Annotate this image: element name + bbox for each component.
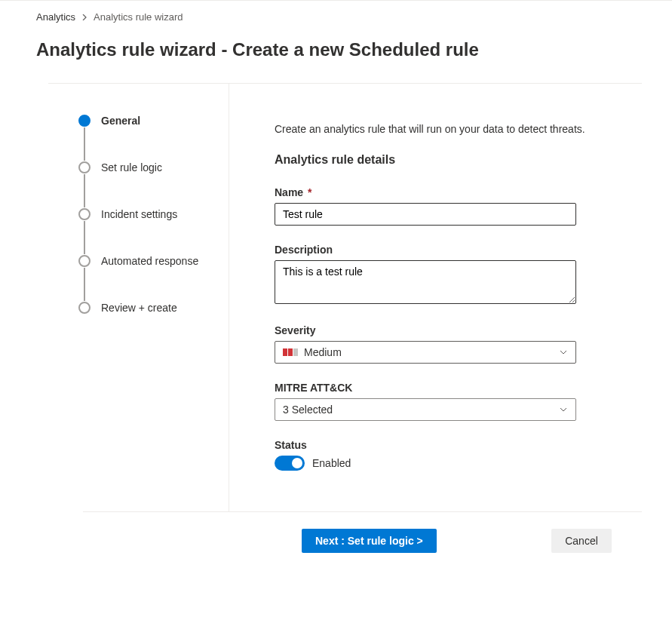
step-marker-icon xyxy=(78,161,91,173)
step-automated-response[interactable]: Automated response xyxy=(78,254,229,301)
step-review-create[interactable]: Review + create xyxy=(78,301,229,315)
step-marker-icon xyxy=(78,255,91,267)
step-connector xyxy=(84,221,85,254)
breadcrumb-root[interactable]: Analytics xyxy=(36,11,75,23)
wizard-steps: General Set rule logic Incident settings… xyxy=(48,84,229,511)
field-description: Description This is a test rule xyxy=(275,244,612,306)
status-value-text: Enabled xyxy=(312,457,351,469)
chevron-down-icon xyxy=(559,405,568,414)
mitre-value: 3 Selected xyxy=(283,404,333,416)
chevron-down-icon xyxy=(559,348,568,357)
name-input[interactable] xyxy=(275,203,576,226)
description-label: Description xyxy=(275,244,612,256)
section-title: Analytics rule details xyxy=(275,153,612,167)
step-label: Set rule logic xyxy=(101,161,162,174)
name-label-text: Name xyxy=(275,186,303,198)
severity-value: Medium xyxy=(304,346,342,358)
severity-select[interactable]: Medium xyxy=(275,341,576,364)
toggle-knob xyxy=(292,458,302,468)
step-marker-icon xyxy=(78,115,91,127)
mitre-label: MITRE ATT&CK xyxy=(275,382,612,394)
form-intro: Create an analytics rule that will run o… xyxy=(275,123,612,135)
step-connector xyxy=(84,127,85,161)
step-general[interactable]: General xyxy=(78,114,229,161)
field-name: Name * xyxy=(275,186,612,226)
required-marker: * xyxy=(308,186,311,198)
description-input[interactable]: This is a test rule xyxy=(275,260,576,304)
chevron-right-icon xyxy=(81,11,87,23)
step-connector xyxy=(84,268,85,301)
field-status: Status Enabled xyxy=(275,439,612,471)
status-toggle[interactable] xyxy=(275,456,305,471)
status-label: Status xyxy=(275,439,612,451)
form-area: Create an analytics rule that will run o… xyxy=(229,84,642,511)
name-label: Name * xyxy=(275,186,612,198)
step-label: Incident settings xyxy=(101,207,177,221)
mitre-select[interactable]: 3 Selected xyxy=(275,398,576,421)
severity-label: Severity xyxy=(275,324,612,336)
step-set-rule-logic[interactable]: Set rule logic xyxy=(78,161,229,207)
breadcrumb-current: Analytics rule wizard xyxy=(94,11,183,23)
step-label: General xyxy=(101,114,140,127)
next-button[interactable]: Next : Set rule logic > xyxy=(302,529,437,553)
footer: Next : Set rule logic > Cancel xyxy=(83,511,642,553)
step-connector xyxy=(84,174,85,207)
step-label: Review + create xyxy=(101,301,177,315)
step-label: Automated response xyxy=(101,254,198,268)
breadcrumb: Analytics Analytics rule wizard xyxy=(36,11,672,23)
field-severity: Severity Medium xyxy=(275,324,612,364)
step-incident-settings[interactable]: Incident settings xyxy=(78,207,229,254)
severity-bars-icon xyxy=(283,348,298,356)
step-marker-icon xyxy=(78,208,91,220)
step-marker-icon xyxy=(78,302,91,314)
page-title: Analytics rule wizard - Create a new Sch… xyxy=(36,39,672,60)
cancel-button[interactable]: Cancel xyxy=(551,529,612,553)
field-mitre: MITRE ATT&CK 3 Selected xyxy=(275,382,612,421)
